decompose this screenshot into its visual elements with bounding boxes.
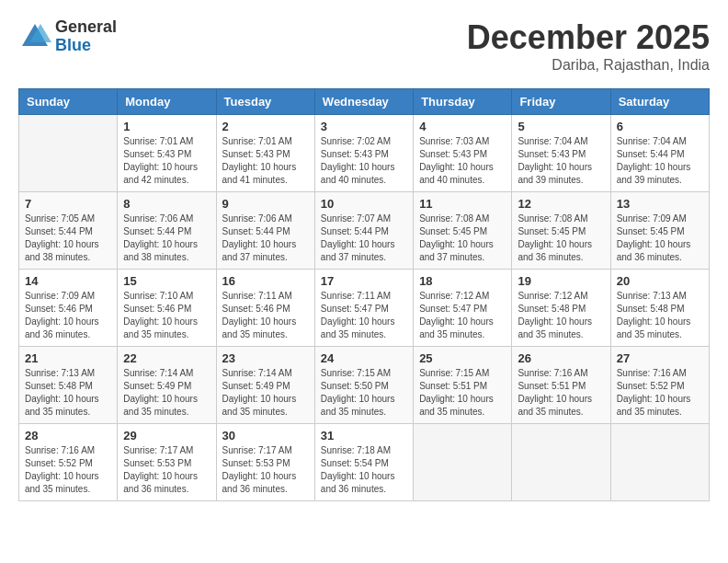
logo-icon: [18, 20, 51, 53]
calendar-cell: [414, 424, 512, 501]
calendar-cell: 12Sunrise: 7:08 AM Sunset: 5:45 PM Dayli…: [512, 192, 610, 270]
calendar-cell: 31Sunrise: 7:18 AM Sunset: 5:54 PM Dayli…: [314, 424, 413, 501]
day-number: 21: [25, 351, 111, 365]
day-number: 24: [321, 351, 407, 365]
calendar-cell: [19, 115, 118, 192]
day-number: 26: [518, 351, 604, 365]
day-number: 13: [617, 197, 703, 211]
day-info: Sunrise: 7:14 AM Sunset: 5:49 PM Dayligh…: [123, 367, 210, 419]
calendar-header: SundayMondayTuesdayWednesdayThursdayFrid…: [19, 89, 710, 115]
calendar-cell: [610, 424, 709, 501]
calendar-cell: 14Sunrise: 7:09 AM Sunset: 5:46 PM Dayli…: [19, 270, 118, 347]
day-number: 28: [25, 429, 111, 442]
page-header: General Blue December 2025 Dariba, Rajas…: [18, 18, 710, 74]
day-number: 3: [321, 120, 407, 133]
day-number: 29: [123, 429, 210, 442]
day-info: Sunrise: 7:06 AM Sunset: 5:44 PM Dayligh…: [222, 213, 309, 264]
logo-general-text: General: [55, 18, 117, 37]
calendar-cell: 9Sunrise: 7:06 AM Sunset: 5:44 PM Daylig…: [216, 192, 314, 270]
day-number: 31: [321, 429, 407, 442]
day-number: 15: [123, 274, 210, 288]
day-info: Sunrise: 7:01 AM Sunset: 5:43 PM Dayligh…: [123, 135, 210, 187]
day-number: 17: [321, 274, 407, 288]
day-info: Sunrise: 7:09 AM Sunset: 5:45 PM Dayligh…: [617, 213, 703, 264]
calendar-cell: 11Sunrise: 7:08 AM Sunset: 5:45 PM Dayli…: [414, 192, 512, 270]
day-number: 5: [518, 120, 604, 133]
day-number: 9: [222, 197, 309, 211]
calendar-week-row: 7Sunrise: 7:05 AM Sunset: 5:44 PM Daylig…: [19, 192, 710, 270]
calendar-cell: 18Sunrise: 7:12 AM Sunset: 5:47 PM Dayli…: [414, 270, 512, 347]
day-info: Sunrise: 7:14 AM Sunset: 5:49 PM Dayligh…: [222, 367, 309, 419]
calendar-cell: 26Sunrise: 7:16 AM Sunset: 5:51 PM Dayli…: [512, 347, 610, 424]
day-number: 1: [123, 120, 210, 133]
day-number: 30: [222, 429, 309, 442]
day-info: Sunrise: 7:02 AM Sunset: 5:43 PM Dayligh…: [321, 135, 407, 187]
calendar-cell: 17Sunrise: 7:11 AM Sunset: 5:47 PM Dayli…: [314, 270, 413, 347]
calendar-cell: 19Sunrise: 7:12 AM Sunset: 5:48 PM Dayli…: [512, 270, 610, 347]
day-info: Sunrise: 7:11 AM Sunset: 5:47 PM Dayligh…: [321, 290, 407, 341]
day-number: 10: [321, 197, 407, 211]
day-info: Sunrise: 7:17 AM Sunset: 5:53 PM Dayligh…: [222, 444, 309, 496]
calendar-cell: 1Sunrise: 7:01 AM Sunset: 5:43 PM Daylig…: [118, 115, 216, 192]
day-number: 8: [123, 197, 210, 211]
calendar-week-row: 1Sunrise: 7:01 AM Sunset: 5:43 PM Daylig…: [19, 115, 710, 192]
day-number: 14: [25, 274, 111, 288]
calendar-cell: 24Sunrise: 7:15 AM Sunset: 5:50 PM Dayli…: [314, 347, 413, 424]
day-info: Sunrise: 7:08 AM Sunset: 5:45 PM Dayligh…: [419, 213, 506, 264]
day-info: Sunrise: 7:09 AM Sunset: 5:46 PM Dayligh…: [25, 290, 111, 341]
day-info: Sunrise: 7:16 AM Sunset: 5:52 PM Dayligh…: [617, 367, 703, 419]
day-info: Sunrise: 7:08 AM Sunset: 5:45 PM Dayligh…: [518, 213, 604, 264]
day-info: Sunrise: 7:10 AM Sunset: 5:46 PM Dayligh…: [123, 290, 210, 341]
calendar-cell: 13Sunrise: 7:09 AM Sunset: 5:45 PM Dayli…: [610, 192, 709, 270]
main-title: December 2025: [467, 18, 710, 57]
day-info: Sunrise: 7:03 AM Sunset: 5:43 PM Dayligh…: [419, 135, 506, 187]
day-info: Sunrise: 7:17 AM Sunset: 5:53 PM Dayligh…: [123, 444, 210, 496]
day-number: 7: [25, 197, 111, 211]
day-info: Sunrise: 7:04 AM Sunset: 5:44 PM Dayligh…: [617, 135, 703, 187]
day-number: 6: [617, 120, 703, 133]
calendar-cell: 2Sunrise: 7:01 AM Sunset: 5:43 PM Daylig…: [216, 115, 314, 192]
day-info: Sunrise: 7:12 AM Sunset: 5:48 PM Dayligh…: [518, 290, 604, 341]
day-of-week-header: Tuesday: [216, 89, 314, 115]
subtitle: Dariba, Rajasthan, India: [467, 57, 710, 74]
calendar-week-row: 28Sunrise: 7:16 AM Sunset: 5:52 PM Dayli…: [19, 424, 710, 501]
day-info: Sunrise: 7:16 AM Sunset: 5:51 PM Dayligh…: [518, 367, 604, 419]
day-of-week-header: Sunday: [19, 89, 118, 115]
calendar-cell: 25Sunrise: 7:15 AM Sunset: 5:51 PM Dayli…: [414, 347, 512, 424]
calendar-cell: 3Sunrise: 7:02 AM Sunset: 5:43 PM Daylig…: [314, 115, 413, 192]
day-info: Sunrise: 7:01 AM Sunset: 5:43 PM Dayligh…: [222, 135, 309, 187]
day-info: Sunrise: 7:13 AM Sunset: 5:48 PM Dayligh…: [25, 367, 111, 419]
day-info: Sunrise: 7:16 AM Sunset: 5:52 PM Dayligh…: [25, 444, 111, 496]
calendar-cell: 28Sunrise: 7:16 AM Sunset: 5:52 PM Dayli…: [19, 424, 118, 501]
day-info: Sunrise: 7:12 AM Sunset: 5:47 PM Dayligh…: [419, 290, 506, 341]
day-info: Sunrise: 7:05 AM Sunset: 5:44 PM Dayligh…: [25, 213, 111, 264]
calendar-cell: 6Sunrise: 7:04 AM Sunset: 5:44 PM Daylig…: [610, 115, 709, 192]
day-number: 2: [222, 120, 309, 133]
day-of-week-header: Thursday: [414, 89, 512, 115]
calendar-table: SundayMondayTuesdayWednesdayThursdayFrid…: [18, 88, 710, 501]
calendar-cell: 8Sunrise: 7:06 AM Sunset: 5:44 PM Daylig…: [118, 192, 216, 270]
calendar-cell: 23Sunrise: 7:14 AM Sunset: 5:49 PM Dayli…: [216, 347, 314, 424]
day-info: Sunrise: 7:06 AM Sunset: 5:44 PM Dayligh…: [123, 213, 210, 264]
day-number: 18: [419, 274, 506, 288]
calendar-cell: 27Sunrise: 7:16 AM Sunset: 5:52 PM Dayli…: [610, 347, 709, 424]
calendar-cell: 22Sunrise: 7:14 AM Sunset: 5:49 PM Dayli…: [118, 347, 216, 424]
day-of-week-header: Friday: [512, 89, 610, 115]
days-of-week-row: SundayMondayTuesdayWednesdayThursdayFrid…: [19, 89, 710, 115]
day-number: 11: [419, 197, 506, 211]
day-info: Sunrise: 7:07 AM Sunset: 5:44 PM Dayligh…: [321, 213, 407, 264]
day-info: Sunrise: 7:04 AM Sunset: 5:43 PM Dayligh…: [518, 135, 604, 187]
day-info: Sunrise: 7:13 AM Sunset: 5:48 PM Dayligh…: [617, 290, 703, 341]
day-number: 27: [617, 351, 703, 365]
day-number: 20: [617, 274, 703, 288]
calendar-body: 1Sunrise: 7:01 AM Sunset: 5:43 PM Daylig…: [19, 115, 710, 501]
day-info: Sunrise: 7:11 AM Sunset: 5:46 PM Dayligh…: [222, 290, 309, 341]
calendar-cell: 4Sunrise: 7:03 AM Sunset: 5:43 PM Daylig…: [414, 115, 512, 192]
logo: General Blue: [18, 18, 117, 55]
day-number: 23: [222, 351, 309, 365]
logo-blue-text: Blue: [55, 37, 117, 55]
day-info: Sunrise: 7:15 AM Sunset: 5:51 PM Dayligh…: [419, 367, 506, 419]
day-number: 19: [518, 274, 604, 288]
day-number: 4: [419, 120, 506, 133]
calendar-cell: 10Sunrise: 7:07 AM Sunset: 5:44 PM Dayli…: [314, 192, 413, 270]
